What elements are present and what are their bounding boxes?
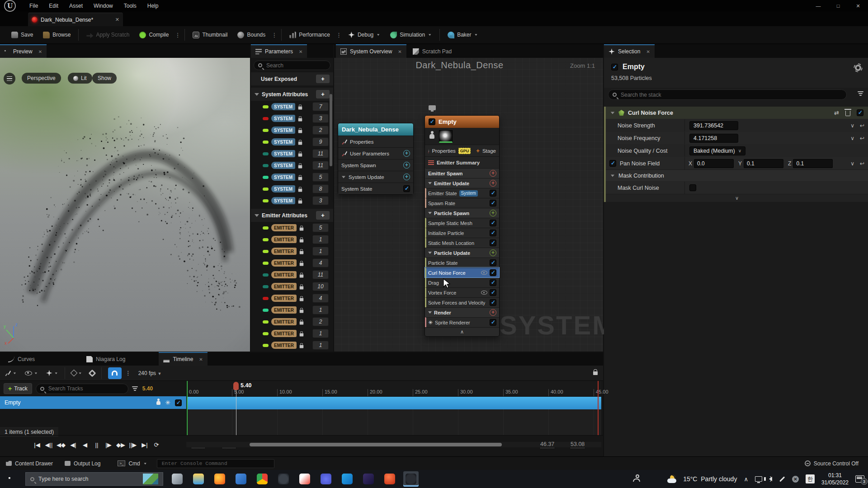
taskbar-app-icon[interactable] [318,471,334,487]
taskbar-search[interactable]: Type here to search [25,472,163,486]
emitter-stack-row[interactable]: Solve Forces and Velocity [425,297,499,307]
pan-noise-checkbox[interactable] [609,160,616,167]
chevron-down-icon[interactable]: ∨ [850,122,854,129]
emitter-node[interactable]: Empty Properties GPU + Stage Emitter Sum… [425,115,500,337]
parameter-row[interactable]: EMITTER 1 [251,245,333,257]
pan-x-input[interactable]: 0.0 [694,159,734,168]
emitter-stack-row[interactable]: Render [425,307,499,317]
tab-parameters[interactable]: Parameters ✕ [251,44,307,58]
toolbar-button[interactable]: Bounds [232,26,270,44]
parameter-row[interactable]: SYSTEM 9 [251,136,333,148]
stage-label[interactable]: Stage [482,148,496,154]
timeline-options-button[interactable]: ▼ [5,370,17,376]
parameter-row[interactable]: EMITTER 4 [251,257,333,269]
lit-button[interactable]: Lit [68,73,92,84]
expand-details-button[interactable]: ∨ [606,194,868,202]
transport-button[interactable]: || [91,439,102,450]
maximize-button[interactable]: □ [828,0,848,12]
show-button[interactable]: Show [92,73,117,84]
dismiss-icon[interactable]: ✕ [792,476,799,483]
parameter-row[interactable]: EMITTER 1 [251,304,333,316]
people-icon[interactable] [633,474,642,483]
section-system-attributes[interactable]: System Attributes + [251,88,333,101]
add-parameter-button[interactable]: + [316,90,330,99]
delete-icon[interactable] [845,111,850,116]
emitter-stack-row[interactable]: Particle State [425,258,499,267]
enabled-checkbox[interactable] [490,299,496,306]
track-person-icon[interactable] [156,401,160,405]
visibility-options-button[interactable]: ▼ [25,371,38,375]
console-command-input[interactable] [161,460,270,467]
module-enabled-checkbox[interactable] [857,109,863,116]
randomize-icon[interactable]: ⇄ [834,109,839,116]
parameters-scrollbar[interactable] [330,94,332,166]
system-node-row[interactable]: System State [338,183,413,194]
eye-icon[interactable] [481,271,487,275]
toolbar-button[interactable]: Apply Scratch [81,26,134,44]
reset-icon[interactable]: ↩ [860,122,864,129]
pan-y-input[interactable]: 0.1 [744,159,783,168]
parameters-search[interactable] [254,61,330,70]
parameter-row[interactable]: SYSTEM 11 [251,160,333,171]
system-node-row[interactable]: System Update [338,171,413,183]
emitter-node-header[interactable]: Empty [425,116,499,128]
snap-toggle-button[interactable] [108,367,122,379]
enabled-checkbox[interactable] [490,259,496,266]
parameter-row[interactable]: EMITTER 11 [251,269,333,281]
tab-system-overview[interactable]: System Overview ✕ [336,44,406,58]
tab-scratch-pad[interactable]: Scratch Pad [408,44,456,58]
add-module-button[interactable] [490,249,496,256]
eye-icon[interactable] [481,291,487,295]
perspective-button[interactable]: Perspective [22,73,61,84]
toolbar-button[interactable]: Thumbnail [188,26,232,44]
emitter-stack-row[interactable]: Emitter State System [425,188,499,198]
parameter-row[interactable]: SYSTEM 2 [251,124,333,136]
track-search-input[interactable] [47,385,124,392]
toolbar-button[interactable]: Save [6,26,38,44]
asset-tab-close-icon[interactable]: ✕ [115,17,119,23]
track-duration-bar[interactable] [187,397,601,409]
toolbar-button[interactable]: Browse [38,26,75,44]
taskbar-app-icon[interactable] [361,471,376,487]
timeline-scrollbar-track[interactable] [186,442,601,447]
toolbar-button[interactable]: Debug ▼ [343,26,385,44]
emitter-enabled-checkbox[interactable] [429,118,435,125]
add-module-button[interactable] [403,174,410,180]
menu-window[interactable]: Window [88,0,118,12]
tab-niagara-log[interactable]: Niagara Log [82,352,130,366]
emitter-stack-row[interactable]: Spawn Rate [425,198,499,208]
collapse-arrow-icon[interactable] [255,214,259,217]
playback-start-marker[interactable] [187,381,188,435]
parameter-row[interactable]: SYSTEM 8 [251,183,333,195]
menu-tools[interactable]: Tools [118,0,142,12]
tab-close-icon[interactable]: ✕ [646,49,650,54]
collapse-arrow-icon[interactable] [255,93,259,96]
tab-close-icon[interactable]: ✕ [199,357,203,362]
emitter-stack-row[interactable]: Initialize Particle [425,228,499,238]
output-log-button[interactable]: Output Log [59,457,106,470]
taskbar-app-icon[interactable] [276,471,291,487]
mask-contribution-header[interactable]: Mask Contribution [606,169,868,181]
range-end[interactable]: 53.08 [571,441,585,448]
transport-button[interactable]: ◀|| [43,439,54,450]
transport-button[interactable]: ◀◆ [55,439,67,450]
parameter-row[interactable]: SYSTEM 3 [251,113,333,124]
taskbar-app-icon[interactable] [340,471,355,487]
emitter-stack-row[interactable]: Static Mesh Location [425,238,499,248]
collapse-arrow-icon[interactable] [611,112,615,114]
emitter-stack-row[interactable]: Curl Noise Force [425,267,499,277]
chevron-down-icon[interactable]: ▼ [428,33,432,37]
emitter-thumbnail[interactable] [439,130,453,143]
taskbar-app-icon[interactable] [170,471,185,487]
collapse-arrow-icon[interactable] [428,311,432,314]
reset-icon[interactable]: ↩ [860,135,864,141]
track-burst-icon[interactable]: ✳ [165,399,170,406]
system-node-header[interactable]: Dark_Nebula_Dense [338,123,413,136]
parameter-row[interactable]: SYSTEM 3 [251,195,333,206]
enabled-checkbox[interactable] [403,185,410,192]
noise-quality-select[interactable]: Baked (Medium) ∨ [689,146,745,155]
gear-icon[interactable] [854,64,862,71]
parameter-row[interactable]: EMITTER 5 [251,222,333,234]
add-parameter-button[interactable]: + [316,211,330,220]
timeline-scrollbar[interactable] [250,443,502,446]
